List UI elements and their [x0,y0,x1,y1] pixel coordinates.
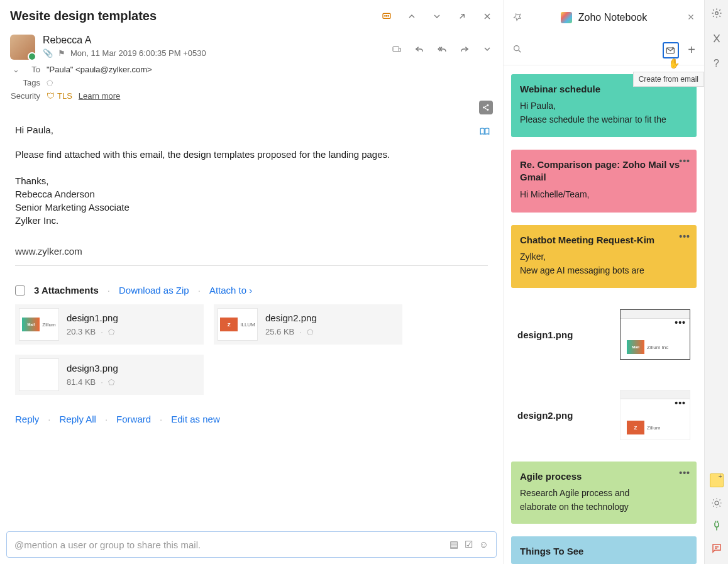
attachment-name: design3.png [67,363,118,373]
note-title: design2.png [517,410,573,421]
note-line: Research Agile process and [520,488,688,498]
attachment-size: 81.4 KB [67,377,96,387]
notebook-pane: Zoho Notebook + ✋ Create from email ••• … [503,0,704,564]
tag-icon[interactable]: ⬠ [108,328,114,336]
notebook-logo-icon [561,12,572,23]
reply-icon[interactable] [414,43,425,55]
attachment-card[interactable]: design3.png 81.4 KB·⬠ [15,355,204,395]
note-menu-icon[interactable]: ••• [679,156,690,166]
reply-all-button[interactable]: Reply All [60,414,96,424]
download-zip-link[interactable]: Download as Zip [119,285,189,296]
edit-as-new-button[interactable]: Edit as new [171,414,220,424]
attachments-count: 3 Attachments [34,285,99,296]
body-main: Please find attached with this email, th… [15,148,488,162]
note-line: Hi Paula, [520,101,688,111]
sticky-note-icon[interactable] [710,473,724,487]
note-title: Chatbot Meeting Request-Kim [520,234,688,246]
sig-name: Rebecca Anderson [15,187,488,201]
chat-icon[interactable] [710,541,724,555]
attach-to-link[interactable]: Attach to › [209,285,252,296]
reply-button[interactable]: Reply [15,414,39,424]
more-actions-icon[interactable] [482,43,493,55]
task-icon[interactable]: ☑ [465,539,473,550]
tooltip: Create from email [633,72,704,87]
close-icon[interactable] [482,11,493,22]
note-title: Re. Comparison page: Zoho Mail vs Gmail [520,158,688,184]
note-card[interactable]: design1.png ••• MailZillum Inc [511,301,697,368]
email-subject: Wesite design templates [10,9,157,23]
select-all-attachments-checkbox[interactable] [15,285,25,296]
attachment-name: design2.png [265,312,317,323]
create-from-email-button[interactable] [663,42,679,58]
tag-icon[interactable]: ⬠ [47,79,53,87]
to-label: To [28,65,40,74]
right-sidebar: ? [704,0,728,564]
popout-icon[interactable] [456,11,468,22]
svg-point-1 [385,15,385,16]
search-icon[interactable] [512,44,522,56]
reply-all-icon[interactable] [436,43,448,55]
tag-icon[interactable]: ⬠ [108,378,114,387]
help-icon[interactable]: ? [710,57,724,70]
email-pane: Wesite design templates Rebecca A 📎 ⚑ Mo… [0,0,503,564]
svg-point-8 [514,46,519,51]
plug-icon[interactable] [710,519,724,533]
attachment-name: design1.png [67,312,118,323]
emoji-icon[interactable]: ☺ [479,539,488,550]
close-notebook-icon[interactable] [687,13,695,23]
next-email-icon[interactable] [431,11,443,22]
svg-rect-4 [393,47,399,52]
pin-icon[interactable] [512,12,522,24]
note-card[interactable]: ••• Re. Comparison page: Zoho Mail vs Gm… [511,150,697,213]
note-title: design1.png [517,329,573,340]
note-line: New age AI messaging bots are [520,265,688,275]
expand-recipients-icon[interactable]: ⌄ [10,65,21,74]
reader-view-icon[interactable] [479,126,490,137]
read-receipt-icon[interactable] [391,43,402,55]
website-link[interactable]: www.zylker.com [15,246,488,266]
notebook-title: Zoho Notebook [578,12,647,23]
attachment-thumbnail [19,358,59,391]
attachment-size: 20.3 KB [67,327,96,336]
flag-icon[interactable]: ⚑ [58,48,65,58]
attachment-card[interactable]: ZILLUM design2.png 25.6 KB·⬠ [214,304,402,345]
shield-icon: 🛡 [47,91,55,101]
sender-name[interactable]: Rebecca A [43,35,383,46]
note-title: Things To See [520,545,688,558]
attachment-size: 25.6 KB [265,327,294,336]
note-card[interactable]: design2.png ••• ZZillum [511,381,697,449]
apps-icon[interactable] [710,31,724,45]
attachment-icon[interactable]: 📎 [43,48,53,58]
attachment-thumbnail: ZILLUM [218,308,258,341]
note-line: Zylker, [520,252,688,262]
gear-icon[interactable] [710,6,724,20]
tag-icon[interactable]: ⬠ [307,328,313,336]
note-menu-icon[interactable]: ••• [679,231,690,241]
note-line: Hi Michelle/Team, [520,189,688,199]
tls-badge: 🛡TLS [47,91,72,101]
sig-title: Senior Marketing Associate [15,201,488,214]
file-thumbnail: ••• ZZillum [620,390,690,440]
note-card[interactable]: Things To See [511,536,697,564]
forward-icon[interactable] [459,43,470,55]
conversation-icon[interactable] [381,11,392,22]
note-menu-icon[interactable]: ••• [679,468,690,478]
note-line: Please schedule the webinar to fit the [520,114,688,124]
learn-more-link[interactable]: Learn more [79,91,120,101]
forward-button[interactable]: Forward [116,414,151,424]
add-note-button[interactable]: + [688,43,695,57]
svg-point-2 [386,15,387,16]
lightbulb-icon[interactable] [710,496,724,510]
note-card[interactable]: ••• Agile process Research Agile process… [511,462,697,524]
note-card[interactable]: ••• Chatbot Meeting Request-Kim Zylker, … [511,225,697,288]
avatar[interactable] [10,35,35,60]
contact-icon[interactable]: ▤ [449,539,458,550]
mention-placeholder: @mention a user or group to share this m… [14,539,201,550]
mention-input[interactable]: @mention a user or group to share this m… [6,531,497,558]
file-thumbnail: ••• MailZillum Inc [620,309,690,360]
to-value[interactable]: "Paula" <paula@zylker.com> [47,65,152,74]
sig-company: Zylker Inc. [15,214,488,227]
attachment-card[interactable]: MailZillum design1.png 20.3 KB·⬠ [15,304,204,345]
prev-email-icon[interactable] [406,11,417,22]
share-icon[interactable] [479,101,493,114]
